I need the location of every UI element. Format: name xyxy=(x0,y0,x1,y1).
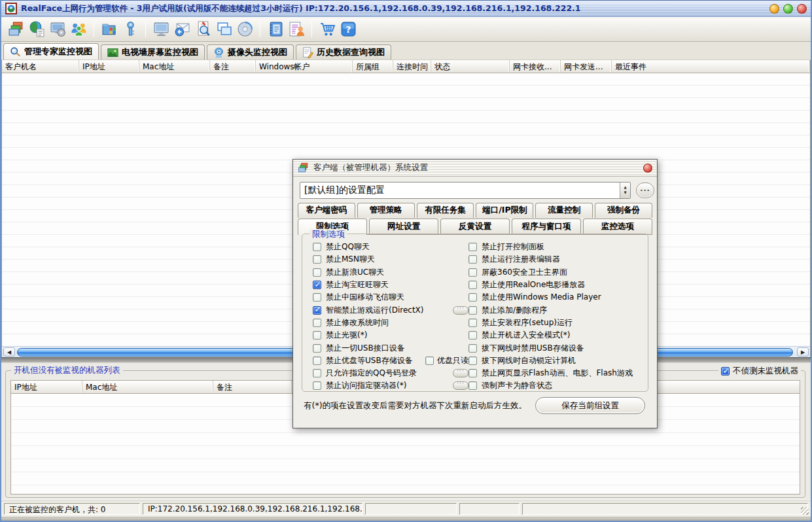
column-header[interactable]: 最近事件 xyxy=(612,60,810,73)
scroll-right-arrow[interactable]: ▶ xyxy=(797,347,809,357)
column-header[interactable]: IP地址 xyxy=(79,60,139,73)
checkbox[interactable] xyxy=(468,319,477,327)
checkbox[interactable] xyxy=(313,281,321,289)
view-tab[interactable]: 摄像头监控视图 xyxy=(207,44,294,60)
checkbox[interactable] xyxy=(468,369,477,377)
checkbox[interactable] xyxy=(425,357,434,365)
checkbox[interactable] xyxy=(313,293,321,302)
ellipsis-button[interactable] xyxy=(453,306,468,315)
column-header[interactable]: 备注 xyxy=(213,381,292,393)
windows-icon[interactable] xyxy=(6,20,26,39)
save-group-settings-button[interactable]: 保存当前组设置 xyxy=(535,397,645,414)
column-header[interactable]: 状态 xyxy=(431,60,510,73)
ellipsis-button[interactable] xyxy=(453,381,468,390)
checkbox-label[interactable]: 屏蔽360安全卫士主界面 xyxy=(482,267,567,278)
view-tab[interactable]: 历史数据查询视图 xyxy=(296,44,391,60)
help-icon[interactable]: ? xyxy=(338,20,358,39)
dialog-close-button[interactable] xyxy=(643,164,652,173)
dialog-tab[interactable]: 有限任务集 xyxy=(417,203,474,218)
checkbox-label[interactable]: 拔下网线时禁用USB存储设备 xyxy=(482,343,584,354)
checkbox-label[interactable]: 智能禁止游戏运行(DirectX) xyxy=(326,305,424,316)
combobox-spinner[interactable]: ▲▼ xyxy=(620,183,630,198)
checkbox[interactable] xyxy=(468,357,477,365)
checkbox[interactable] xyxy=(468,344,477,353)
browse-button[interactable]: ... xyxy=(636,183,654,198)
checkbox-label[interactable]: 只允许指定的QQ号码登录 xyxy=(326,368,417,379)
checkbox[interactable] xyxy=(313,357,321,365)
checkbox[interactable] xyxy=(468,306,477,315)
checkbox-label[interactable]: 禁止运行注册表编辑器 xyxy=(482,254,560,265)
checkbox[interactable] xyxy=(313,268,321,277)
column-header[interactable]: 所属组 xyxy=(353,60,393,73)
view-tab[interactable]: 管理专家监控视图 xyxy=(3,43,99,60)
dialog-tab[interactable]: 流量控制 xyxy=(535,203,593,218)
user-list-icon[interactable] xyxy=(287,20,306,39)
network-globe-icon[interactable] xyxy=(27,20,46,39)
screens-icon[interactable] xyxy=(214,20,234,39)
checkbox-label[interactable]: 强制声卡为静音状态 xyxy=(482,380,552,391)
remote-settings-icon[interactable] xyxy=(48,20,67,39)
checkbox-label[interactable]: 禁止使用RealOne电影播放器 xyxy=(482,279,585,290)
column-header[interactable]: Mac地址 xyxy=(82,381,213,393)
ellipsis-button[interactable] xyxy=(453,369,468,377)
dialog-tab[interactable]: 反黄设置 xyxy=(440,218,510,234)
checkbox-label[interactable]: 禁止添加/删除程序 xyxy=(482,305,547,316)
folder-apps-icon[interactable] xyxy=(99,20,119,39)
checkbox[interactable] xyxy=(468,255,477,264)
resize-grip[interactable] xyxy=(801,507,809,515)
checkbox-label[interactable]: 禁止优盘等USB存储设备 xyxy=(326,355,413,366)
checkbox[interactable] xyxy=(313,255,321,264)
disc-icon[interactable] xyxy=(235,20,255,39)
checkbox-label[interactable]: 禁止MSN聊天 xyxy=(326,254,375,265)
checkbox[interactable] xyxy=(468,281,477,289)
checkbox-label[interactable]: 禁止访问指定驱动器(*) xyxy=(326,380,406,391)
checkbox-label[interactable]: 禁止淘宝旺旺聊天 xyxy=(326,279,389,290)
checkbox-label[interactable]: 优盘只读 xyxy=(437,355,468,366)
checkbox[interactable] xyxy=(468,293,477,302)
checkbox-label[interactable]: 禁止中国移动飞信聊天 xyxy=(326,292,404,303)
checkbox[interactable] xyxy=(313,306,321,315)
close-button[interactable] xyxy=(797,4,807,14)
column-header[interactable]: Mac地址 xyxy=(139,60,210,73)
search-document-icon[interactable] xyxy=(193,20,213,39)
checkbox[interactable] xyxy=(468,268,477,277)
dialog-tab[interactable]: 客户端密码 xyxy=(298,203,355,218)
column-header[interactable]: 网卡接收... xyxy=(510,60,561,73)
dialog-tab[interactable]: 端口/IP限制 xyxy=(476,203,533,218)
checkbox[interactable] xyxy=(313,344,321,353)
checkbox[interactable] xyxy=(313,243,321,251)
dialog-tab[interactable]: 强制备份 xyxy=(595,203,652,218)
checkbox-label[interactable]: 禁止QQ聊天 xyxy=(326,241,370,252)
column-header[interactable]: Windows帐户 xyxy=(256,60,353,73)
users-icon[interactable] xyxy=(69,20,88,39)
checkbox-label[interactable]: 禁止一切USB接口设备 xyxy=(326,343,405,354)
key-icon[interactable] xyxy=(120,20,140,39)
dialog-tab[interactable]: 管理策略 xyxy=(357,203,415,218)
dialog-tab[interactable]: 网址设置 xyxy=(369,218,438,234)
group-config-combobox[interactable]: [默认组]的设置配置 ▲▼ xyxy=(300,182,631,199)
checkbox-label[interactable]: 禁止修改系统时间 xyxy=(326,317,389,328)
column-header[interactable]: 连接时间 xyxy=(393,60,431,73)
column-header[interactable]: 网卡发送... xyxy=(561,60,612,73)
detect-checkbox-row[interactable]: 不侦测未监视机器 xyxy=(718,366,801,377)
dialog-tab[interactable]: 程序与窗口项 xyxy=(512,218,581,234)
shopping-cart-icon[interactable] xyxy=(317,20,337,39)
column-header[interactable]: IP地址 xyxy=(11,381,82,393)
checkbox-label[interactable]: 禁止使用Windows Media Player xyxy=(482,292,601,303)
checkbox-label[interactable]: 禁止打开控制面板 xyxy=(482,241,544,252)
checkbox[interactable] xyxy=(313,319,321,327)
checkbox[interactable] xyxy=(468,381,477,390)
detect-checkbox-label[interactable]: 不侦测未监视机器 xyxy=(733,366,798,377)
column-header[interactable]: 备注 xyxy=(210,60,256,73)
checkbox-label[interactable]: 拔下网线时自动锁定计算机 xyxy=(482,355,576,366)
address-book-icon[interactable] xyxy=(266,20,285,39)
mail-icon[interactable] xyxy=(172,20,192,39)
view-tab[interactable]: 电视墙屏幕监控视图 xyxy=(101,44,205,60)
checkbox[interactable] xyxy=(313,369,321,377)
checkbox[interactable] xyxy=(313,331,321,339)
minimize-button[interactable] xyxy=(769,4,779,14)
screen-monitor-icon[interactable] xyxy=(151,20,171,39)
checkbox-label[interactable]: 禁止安装程序(setup)运行 xyxy=(482,317,573,328)
dialog-tab[interactable]: 监控选项 xyxy=(583,218,652,234)
checkbox-label[interactable]: 禁止开机进入安全模式(*) xyxy=(482,330,570,341)
